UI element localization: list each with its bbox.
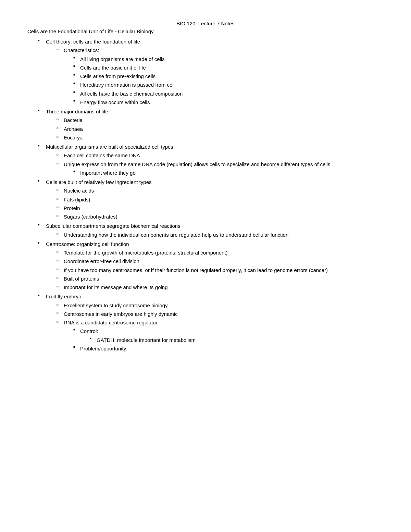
list-item-text: Centrosome: organizing cell function (46, 241, 129, 247)
sub-list: Nucleic acids Fats (lipids) Protein Suga… (46, 187, 384, 221)
list-item-text: Important where they go (80, 170, 136, 176)
list-item-text: Nucleic acids (64, 188, 94, 194)
list-item-text: Cells are built of relatively few ingred… (46, 179, 151, 185)
doc-title: Cells are the Foundational Unit of Life … (27, 28, 384, 34)
list-item: GATDH: molecule important for metabolism (90, 336, 384, 344)
list-item-text: Unique expression from the same DNA code… (64, 161, 330, 167)
sub-list: Bacteria Archaea Eucarya (46, 116, 384, 141)
list-item: Fruit fly embryo Excellent system to stu… (38, 293, 384, 352)
list-item: All cells have the basic chemical compos… (73, 90, 384, 98)
sub-sub-list: Important where they go (64, 169, 384, 177)
list-item: Cells are built of relatively few ingred… (38, 178, 384, 221)
list-item-text: Template for the growth of microtubules … (64, 250, 228, 256)
list-item-text: Sugars (carbohydrates) (64, 214, 117, 220)
list-item-text: Subcellular compartments segregate bioch… (46, 223, 180, 229)
sub-sub-list: Control: GATDH: molecule important for m… (64, 327, 384, 352)
list-item-text: Fruit fly embryo (46, 294, 81, 299)
list-item-text: Energy flow occurs within cells (80, 99, 150, 105)
list-item-text: All cells have the basic chemical compos… (80, 91, 183, 97)
list-item-text: RNA is a candidate centrosome regulator (64, 320, 157, 325)
list-item: Problem/opportunity: (73, 345, 384, 352)
list-item: Centrosomes in early embryos are highly … (56, 310, 384, 318)
list-item: If you have too many centrosomes, or if … (56, 266, 384, 274)
sub-sub-sub-list: GATDH: molecule important for metabolism (80, 336, 384, 344)
list-item-text: Archaea (64, 126, 83, 132)
list-item-text: Eucarya (64, 135, 83, 140)
list-item: Centrosome: organizing cell function Tem… (38, 240, 384, 292)
page-title: BIO 120: Lecture 7 Notes (27, 21, 384, 26)
list-item: Cells arise from pre-existing cells (73, 72, 384, 80)
list-item: All living organisms are made of cells (73, 55, 384, 63)
list-item: Cell theory: cells are the foundation of… (38, 38, 384, 106)
sub-list: Template for the growth of microtubules … (46, 249, 384, 291)
list-item: Cells are the basic unit of life (73, 64, 384, 72)
sub-list: Understanding how the individual compone… (46, 231, 384, 239)
list-item-text: Bacteria (64, 117, 83, 123)
list-item: Important for its message and where its … (56, 283, 384, 291)
list-item: Multicellular organisms are built of spe… (38, 143, 384, 177)
list-item: Characteristics: All living organisms ar… (56, 46, 384, 106)
list-item-text: Control: (80, 328, 98, 334)
sub-list: Each cell contains the same DNA Unique e… (46, 151, 384, 177)
list-item: Coordinate error-free cell division (56, 257, 384, 265)
sub-list: Characteristics: All living organisms ar… (46, 46, 384, 106)
list-item: Each cell contains the same DNA (56, 151, 384, 159)
list-item: Unique expression from the same DNA code… (56, 160, 384, 177)
list-item: Excellent system to study centrosome bio… (56, 301, 384, 309)
list-item: Sugars (carbohydrates) (56, 213, 384, 221)
list-item: Protein (56, 204, 384, 212)
list-item-text: Three major domains of life (46, 109, 108, 114)
list-item-text: If you have too many centrosomes, or if … (64, 267, 328, 273)
list-item-text: Multicellular organisms are built of spe… (46, 144, 173, 150)
list-item: Control: GATDH: molecule important for m… (73, 327, 384, 344)
sub-sub-list: All living organisms are made of cells C… (64, 55, 384, 107)
list-item: Bacteria (56, 116, 384, 124)
list-item: Eucarya (56, 134, 384, 141)
list-item: RNA is a candidate centrosome regulator … (56, 319, 384, 352)
list-item: Three major domains of life Bacteria Arc… (38, 108, 384, 141)
sub-list: Excellent system to study centrosome bio… (46, 301, 384, 353)
list-item-text: Hereditary information is passed from ce… (80, 82, 175, 88)
list-item-text: All living organisms are made of cells (80, 56, 165, 62)
list-item: Built of proteins (56, 275, 384, 283)
list-item-text: GATDH: molecule important for metabolism (97, 337, 196, 343)
list-item-text: Cells arise from pre-existing cells (80, 73, 155, 79)
list-item-text: Centrosomes in early embryos are highly … (64, 311, 178, 317)
list-item: Template for the growth of microtubules … (56, 249, 384, 257)
list-item-text: Understanding how the individual compone… (64, 232, 288, 238)
list-item-text: Cells are the basic unit of life (80, 65, 146, 71)
list-item: Subcellular compartments segregate bioch… (38, 222, 384, 239)
list-item-text: Important for its message and where its … (64, 284, 168, 290)
list-item: Archaea (56, 125, 384, 133)
list-item: Energy flow occurs within cells (73, 98, 384, 106)
list-item-text: Cell theory: cells are the foundation of… (46, 39, 140, 45)
list-item-text: Protein (64, 205, 80, 211)
list-item-text: Each cell contains the same DNA (64, 152, 140, 158)
list-item: Hereditary information is passed from ce… (73, 81, 384, 89)
main-list: Cell theory: cells are the foundation of… (27, 38, 384, 352)
list-item: Nucleic acids (56, 187, 384, 195)
list-item-text: Excellent system to study centrosome bio… (64, 302, 167, 308)
list-item-text: Characteristics: (64, 47, 99, 53)
list-item-text: Problem/opportunity: (80, 346, 127, 351)
list-item-text: Coordinate error-free cell division (64, 258, 139, 264)
list-item: Understanding how the individual compone… (56, 231, 384, 239)
list-item-text: Fats (lipids) (64, 197, 90, 202)
list-item: Fats (lipids) (56, 196, 384, 203)
list-item: Important where they go (73, 169, 384, 177)
list-item-text: Built of proteins (64, 276, 99, 282)
